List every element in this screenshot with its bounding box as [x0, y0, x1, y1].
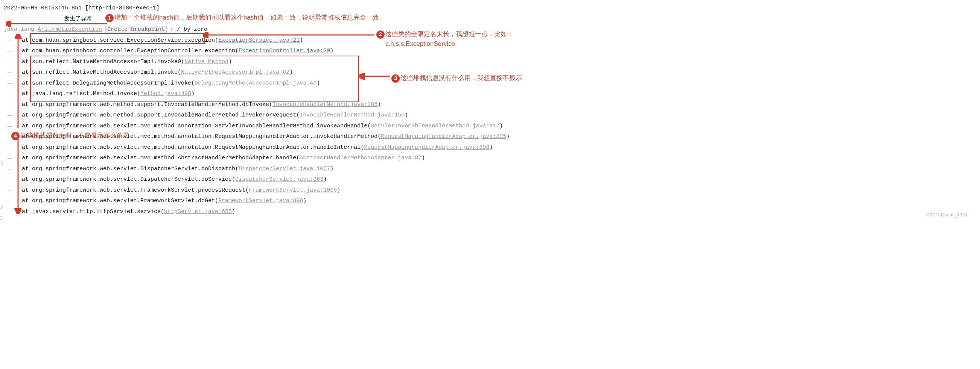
source-link[interactable]: ExceptionController.java:29	[239, 48, 330, 54]
annotation-2-text-line1: 这些类的全限定名太长，我想短一点，比如：	[385, 30, 513, 38]
stack-frame: at org.springframework.web.servlet.mvc.m…	[4, 153, 967, 164]
frame-tail: )	[506, 133, 509, 140]
frame-tail: )	[330, 166, 333, 172]
gutter-breakpoint-icon[interactable]	[0, 216, 3, 220]
annotation-4: 4这些堆栈层数太深，不要显示这么多层	[11, 131, 129, 141]
log-message: 发生了异常	[64, 16, 92, 22]
annotation-2: 2这些类的全限定名太长，我想短一点，比如： c.h.s.s.ExceptionS…	[376, 29, 513, 49]
stack-frame: at sun.reflect.NativeMethodAccessorImpl.…	[4, 57, 967, 68]
stack-frame: at org.springframework.web.servlet.Dispa…	[4, 164, 967, 175]
at-keyword: at	[15, 176, 32, 183]
frame-tail: )	[404, 112, 408, 118]
annotation-3-text: 这些堆栈信息没有什么用，我想直接不显示	[401, 74, 522, 82]
frame-tail: )	[323, 176, 327, 183]
annotation-4-text: 这些堆栈层数太深，不要显示这么多层	[20, 132, 129, 139]
source-link[interactable]: DelegatingMethodAccessorImpl.java:43	[194, 80, 317, 86]
frame-tail: )	[232, 209, 235, 215]
at-keyword: at	[15, 112, 32, 118]
gutter-breakpoint-icon[interactable]	[0, 205, 3, 209]
stack-frame: at javax.servlet.http.HttpServlet.servic…	[4, 207, 967, 218]
at-keyword: at	[15, 198, 32, 204]
frame-tail: )	[377, 101, 381, 108]
stack-frame: at org.springframework.web.servlet.Dispa…	[4, 174, 967, 185]
annotation-1-text: 增加一个堆栈的hash值，后期我们可以看这个hash值，如果一致，说明异常堆栈信…	[115, 14, 385, 21]
badge-2-icon: 2	[376, 30, 385, 39]
exception-package: java.lang.	[4, 26, 38, 33]
annotation-2-text-line2: c.h.s.s.ExceptionService	[385, 40, 455, 48]
create-breakpoint-button[interactable]: Create breakpoint	[105, 26, 167, 33]
timestamp: 2022-05-09 08:53:15.851	[4, 5, 82, 11]
annotation-1: 1增加一个堆栈的hash值，后期我们可以看这个hash值，如果一致，说明异常堆栈…	[105, 13, 385, 22]
frame-class: org.springframework.web.servlet.mvc.meth…	[32, 144, 364, 151]
source-link[interactable]: RequestMappingHandlerAdapter.java:895	[381, 133, 506, 140]
frame-class: org.springframework.web.servlet.Dispatch…	[32, 166, 239, 172]
frame-tail: )	[228, 59, 232, 65]
badge-1-icon: 1	[105, 14, 114, 22]
stack-frame: at java.lang.reflect.Method.invoke(Metho…	[4, 89, 967, 100]
annotation-3: 3这些堆栈信息没有什么用，我想直接不显示	[391, 73, 522, 83]
at-keyword: at	[15, 90, 32, 97]
frame-tail: )	[330, 48, 333, 54]
frame-tail: )	[191, 90, 194, 97]
frame-class: com.huan.springboot.controller.Exception…	[32, 48, 239, 54]
frame-class: org.springframework.web.servlet.Dispatch…	[32, 176, 235, 183]
at-keyword: at	[15, 209, 32, 215]
at-keyword: at	[15, 48, 32, 54]
source-link[interactable]: NativeMethodAccessorImpl.java:62	[181, 69, 290, 76]
source-link[interactable]: FrameworkServlet.java:1006	[249, 187, 337, 193]
frame-tail: )	[500, 123, 503, 129]
source-link[interactable]: Native Method	[185, 59, 228, 65]
source-link[interactable]: InvocableHandlerMethod.java:150	[299, 112, 404, 118]
source-link[interactable]: Method.java:498	[140, 90, 191, 97]
stack-trace-lines: at com.huan.springboot.service.Exception…	[4, 35, 967, 218]
source-link[interactable]: AbstractHandlerMethodAdapter.java:87	[299, 155, 422, 161]
source-link[interactable]: HttpServlet.java:655	[164, 209, 232, 215]
at-keyword: at	[15, 59, 32, 65]
log-timestamp-line: 2022-05-09 08:53:15.851 [http-nio-8080-e…	[4, 3, 967, 14]
stack-frame: at org.springframework.web.method.suppor…	[4, 100, 967, 111]
gutter-breakpoint-icon[interactable]	[0, 162, 3, 165]
at-keyword: at	[15, 144, 32, 151]
frame-tail: )	[299, 37, 303, 44]
frame-tail: )	[422, 155, 425, 161]
at-keyword: at	[15, 166, 32, 172]
frame-class: javax.servlet.http.HttpServlet.service(	[32, 209, 164, 215]
frame-class: org.springframework.web.method.support.I…	[32, 101, 272, 108]
frame-tail: )	[489, 144, 493, 151]
stack-frame: at org.springframework.web.method.suppor…	[4, 110, 967, 121]
stack-frame: at org.springframework.web.servlet.Frame…	[4, 196, 967, 207]
exception-class[interactable]: ArithmeticException	[38, 26, 102, 33]
source-link[interactable]: RequestMappingHandlerAdapter.java:808	[364, 144, 489, 151]
frame-tail: )	[317, 80, 320, 86]
source-link[interactable]: InvocableHandlerMethod.java:205	[272, 101, 377, 108]
frame-class: org.springframework.web.servlet.Framewor…	[32, 198, 218, 204]
stack-frame: at org.springframework.web.servlet.mvc.m…	[4, 121, 967, 132]
at-keyword: at	[15, 37, 32, 44]
source-link[interactable]: ExceptionService.java:21	[218, 37, 299, 44]
frame-class: org.springframework.web.method.support.I…	[32, 112, 299, 118]
frame-tail: )	[303, 198, 306, 204]
frame-class: sun.reflect.NativeMethodAccessorImpl.inv…	[32, 59, 185, 65]
source-link[interactable]: DispatcherServlet.java:1067	[239, 166, 330, 172]
frame-class: sun.reflect.NativeMethodAccessorImpl.inv…	[32, 69, 181, 76]
source-link[interactable]: DispatcherServlet.java:963	[235, 176, 323, 183]
gutter	[0, 0, 2, 220]
at-keyword: at	[15, 80, 32, 86]
thread-name: [http-nio-8080-exec-1]	[85, 5, 159, 11]
stack-trace-pane: 2022-05-09 08:53:15.851 [http-nio-8080-e…	[0, 0, 971, 220]
watermark: CSDN @huan_1993	[926, 211, 967, 219]
frame-tail: )	[337, 187, 340, 193]
frame-class: com.huan.springboot.service.ExceptionSer…	[32, 37, 181, 44]
stack-frame: at org.springframework.web.servlet.mvc.m…	[4, 143, 967, 153]
at-keyword: at	[15, 101, 32, 108]
badge-4-icon: 4	[11, 132, 19, 140]
source-link[interactable]: ServletInvocableHandlerMethod.java:117	[371, 123, 500, 129]
stack-frame: at org.springframework.web.servlet.mvc.m…	[4, 131, 967, 143]
source-link[interactable]: FrameworkServlet.java:898	[218, 198, 303, 204]
frame-class: org.springframework.web.servlet.mvc.meth…	[32, 123, 371, 129]
frame-class: org.springframework.web.servlet.mvc.meth…	[32, 155, 299, 161]
frame-tail: )	[290, 69, 293, 76]
exception-message: : / by zero	[167, 26, 207, 33]
frame-class: sun.reflect.DelegatingMethodAccessorImpl…	[32, 80, 194, 86]
stack-frame: at org.springframework.web.servlet.Frame…	[4, 185, 967, 196]
